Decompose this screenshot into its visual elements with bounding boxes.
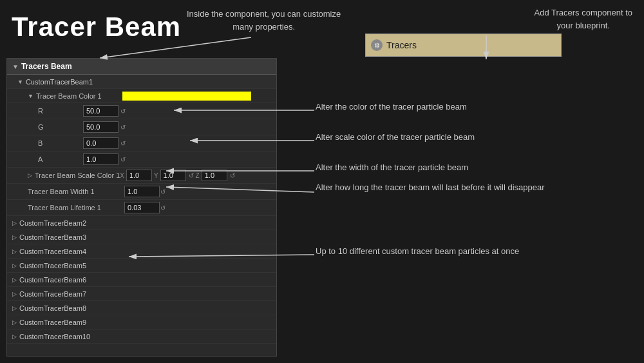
annotation-count: Up to 10 different custom tracer beam pa… [316,246,519,256]
annotation-top-right: Add Tracers component toyour blueprint. [535,6,632,32]
field-g: G ↺ [7,119,276,135]
width1-reset-icon[interactable]: ↺ [160,188,166,195]
a-input[interactable] [83,153,118,165]
expand-arrow-color1: ▼ [28,93,33,99]
tracers-beam-panel: ▼ Tracers Beam ▼ CustomTracerBeam1 ▼ Tra… [6,58,277,357]
x-label: X [120,172,124,179]
g-value-group: ↺ [83,121,271,133]
z-input[interactable] [202,170,227,181]
annotation-color: Alter the color of the tracer particle b… [316,102,467,112]
b-label: B [38,139,83,147]
tracer-beam-width1-row: Tracer Beam Width 1 ↺ [7,184,276,200]
panel-header: ▼ Tracers Beam [7,59,276,75]
custom-tracer-beam5[interactable]: ▷ CustomTracerBeam5 [7,259,276,273]
a-reset-icon[interactable]: ↺ [120,156,126,163]
y-label: Y [154,172,158,179]
annotation-top-center: Inside the component, you can customizem… [187,8,341,33]
field-a: A ↺ [7,152,276,168]
b-value-group: ↺ [83,137,271,149]
y-reset-icon[interactable]: ↺ [189,172,194,179]
tracers-component-box[interactable]: ⚙ Tracers [365,34,562,57]
tracer-beam-width1-label: Tracer Beam Width 1 [28,188,124,195]
annotation-scale: Alter scale color of the tracer particle… [316,132,475,142]
r-input[interactable] [83,105,118,117]
r-label: R [38,107,83,115]
tracer-beam-scale-color1-label: Tracer Beam Scale Color 1 [35,172,120,179]
r-reset-icon[interactable]: ↺ [120,108,126,115]
expand-arrow-beam1: ▼ [17,79,23,85]
r-value-group: ↺ [83,105,271,117]
a-value-group: ↺ [83,153,271,165]
y-input[interactable] [160,170,186,181]
width1-input[interactable] [124,186,160,197]
custom-tracer-beam6[interactable]: ▷ CustomTracerBeam6 [7,273,276,287]
panel-body: ▼ CustomTracerBeam1 ▼ Tracer Beam Color … [7,75,276,344]
g-reset-icon[interactable]: ↺ [120,124,126,131]
custom-tracer-beam7[interactable]: ▷ CustomTracerBeam7 [7,287,276,301]
lifetime1-input[interactable] [124,202,160,213]
panel-collapse-arrow[interactable]: ▼ [12,63,19,70]
expand-arrow-scale1: ▷ [28,172,32,179]
x-input[interactable] [126,170,152,181]
page-title: Tracer Beam [12,12,181,43]
g-input[interactable] [83,121,118,133]
tracers-label: Tracers [386,40,417,50]
lifetime1-reset-icon[interactable]: ↺ [160,204,166,211]
a-label: A [38,155,83,163]
custom-tracer-beam9[interactable]: ▷ CustomTracerBeam9 [7,315,276,329]
custom-tracer-beam1-section[interactable]: ▼ CustomTracerBeam1 [7,75,276,89]
field-b: B ↺ [7,135,276,152]
annotation-width: Alter the width of the tracer particle b… [316,162,468,172]
custom-tracer-beam2[interactable]: ▷ CustomTracerBeam2 [7,216,276,230]
tracer-beam-scale-color1-row[interactable]: ▷ Tracer Beam Scale Color 1 X Y ↺ Z ↺ [7,168,276,184]
custom-tracer-beam10[interactable]: ▷ CustomTracerBeam10 [7,329,276,344]
b-reset-icon[interactable]: ↺ [120,140,126,147]
tracer-beam-color1-row[interactable]: ▼ Tracer Beam Color 1 [7,89,276,103]
custom-tracer-beam1-label: CustomTracerBeam1 [26,78,93,86]
g-label: G [38,123,83,131]
custom-tracer-beam8[interactable]: ▷ CustomTracerBeam8 [7,301,276,315]
color-bar [122,92,251,101]
b-input[interactable] [83,137,118,149]
custom-tracer-beam3[interactable]: ▷ CustomTracerBeam3 [7,230,276,244]
xyz-group: X Y ↺ Z ↺ [120,170,234,181]
annotation-lifetime: Alter how long the tracer beam will last… [316,182,545,192]
tracers-icon: ⚙ [371,39,383,51]
tracer-beam-lifetime1-label: Tracer Beam Lifetime 1 [28,204,124,211]
custom-tracer-beam4[interactable]: ▷ CustomTracerBeam4 [7,244,276,259]
field-r: R ↺ [7,103,276,119]
z-reset-icon[interactable]: ↺ [230,172,235,179]
panel-title: Tracers Beam [21,62,72,71]
tracer-beam-color1-label: Tracer Beam Color 1 [36,92,120,100]
z-label: Z [196,172,200,179]
tracer-beam-lifetime1-row: Tracer Beam Lifetime 1 ↺ [7,200,276,216]
